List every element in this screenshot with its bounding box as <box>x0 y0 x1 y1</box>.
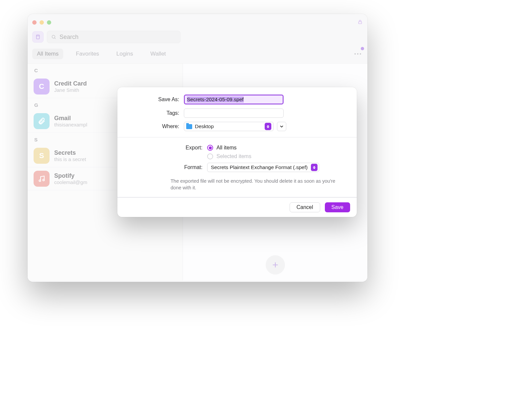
add-item-button[interactable] <box>266 255 285 275</box>
window-controls <box>32 20 51 25</box>
item-title: Credit Card <box>54 80 87 87</box>
format-value: Secrets Plaintext Exchange Format (.spef… <box>211 164 308 170</box>
item-subtitle: thisisanexampl <box>54 122 87 127</box>
item-subtitle: coolemail@gm <box>54 179 87 185</box>
close-window-button[interactable] <box>32 20 37 25</box>
where-select[interactable]: Desktop <box>184 122 274 131</box>
svg-point-7 <box>43 179 45 181</box>
tab-logins[interactable]: Logins <box>112 49 138 59</box>
radio-all-items[interactable] <box>207 145 213 151</box>
more-button[interactable] <box>353 49 363 59</box>
search-icon <box>51 34 56 40</box>
save-as-input[interactable] <box>184 95 284 104</box>
svg-point-5 <box>360 53 361 55</box>
tags-label: Tags: <box>127 110 184 116</box>
cancel-button[interactable]: Cancel <box>290 202 320 212</box>
item-title: Gmail <box>54 115 87 122</box>
save-as-label: Save As: <box>127 97 184 102</box>
search-field[interactable] <box>47 31 181 43</box>
radio-all-items-label: All items <box>216 145 236 151</box>
search-input[interactable] <box>59 33 176 41</box>
tab-favorites[interactable]: Favorites <box>71 49 104 59</box>
folder-icon <box>186 124 192 129</box>
minimize-window-button[interactable] <box>40 20 44 25</box>
secrets-icon: S <box>34 148 50 164</box>
svg-rect-1 <box>37 35 40 39</box>
tab-all-items[interactable]: All Items <box>32 49 63 59</box>
stepper-icon <box>265 123 271 130</box>
svg-rect-0 <box>358 22 361 24</box>
dialog-footer: Cancel Save <box>117 197 357 217</box>
export-dialog: Save As: Tags: Where: Desktop <box>117 87 357 217</box>
expand-save-panel-button[interactable] <box>277 122 286 131</box>
lock-icon[interactable] <box>357 19 363 25</box>
chevron-down-icon <box>280 124 284 128</box>
item-subtitle: Jane Smith <box>54 87 87 93</box>
format-label: Format: <box>127 164 207 170</box>
item-subtitle: this is a secret <box>54 156 86 162</box>
ellipsis-icon <box>354 53 361 55</box>
section-header: C <box>28 64 183 75</box>
svg-point-3 <box>354 53 356 55</box>
item-title: Spotify <box>54 172 87 179</box>
save-button[interactable]: Save <box>325 202 350 212</box>
music-icon <box>34 171 50 187</box>
attachment-icon <box>34 113 50 129</box>
export-label: Export: <box>127 145 207 151</box>
zoom-window-button[interactable] <box>47 20 51 25</box>
notification-badge <box>361 47 364 50</box>
svg-point-6 <box>39 180 41 182</box>
svg-point-2 <box>52 35 55 38</box>
where-label: Where: <box>127 123 184 129</box>
radio-selected-items <box>207 153 213 159</box>
plus-icon <box>271 261 280 269</box>
credit-card-icon: C <box>34 79 50 95</box>
format-select[interactable]: Secrets Plaintext Exchange Format (.spef… <box>207 163 319 172</box>
item-title: Secrets <box>54 149 86 156</box>
filter-tabs: All Items Favorites Logins Wallet <box>28 47 367 63</box>
svg-point-4 <box>357 53 358 55</box>
export-warning: The exported file will not be encrypted.… <box>117 178 357 197</box>
tab-wallet[interactable]: Wallet <box>146 49 171 59</box>
titlebar <box>28 14 367 31</box>
app-window: All Items Favorites Logins Wallet C C Cr… <box>28 14 367 282</box>
toolbar <box>28 31 367 47</box>
vault-button[interactable] <box>32 31 44 43</box>
where-value: Desktop <box>195 123 214 129</box>
radio-selected-items-label: Selected items <box>216 153 251 159</box>
stepper-icon <box>311 164 318 171</box>
tags-input[interactable] <box>184 108 284 118</box>
